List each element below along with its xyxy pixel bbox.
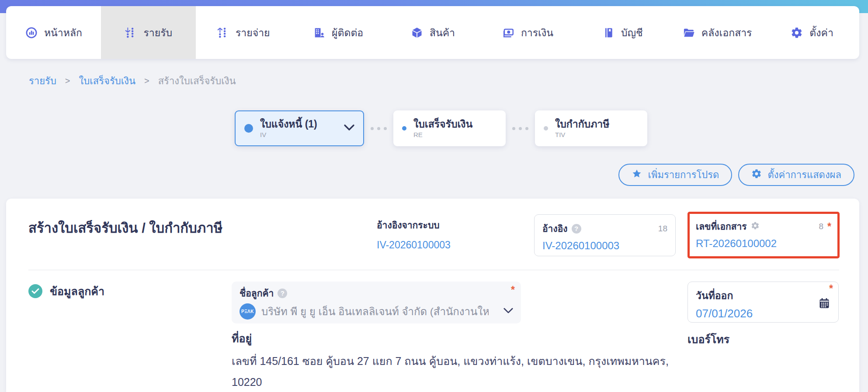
system-reference-block: อ้างอิงจากระบบ IV-20260100003 [377,218,451,251]
nav-item-contacts[interactable]: ผู้ติดต่อ [291,6,385,59]
nav-label: บัญชี [621,25,643,41]
step-code: IV [260,131,317,138]
issue-date-value: 07/01/2026 [696,307,830,320]
add-favorite-button[interactable]: เพิ่มรายการโปรด [618,164,732,186]
required-asterisk: * [827,224,831,230]
system-reference-link[interactable]: IV-20260100003 [377,239,451,251]
breadcrumb-separator: > [65,76,70,86]
document-stepper: ใบแจ้งหนี้ (1) IV ใบเสร็จรับเงิน RE ใบกำ… [235,110,647,146]
gear-icon [790,26,803,39]
breadcrumb-receipt-link[interactable]: ใบเสร็จรับเงิน [79,73,135,89]
step-code: TIV [555,131,609,138]
required-asterisk: * [829,285,833,292]
breadcrumb: รายรับ > ใบเสร็จรับเงิน > สร้างใบเสร็จรั… [29,73,236,89]
customer-section-title: ข้อมูลลูกค้า [50,282,104,300]
section-divider [28,270,839,270]
chevron-down-icon [344,124,354,133]
step-connector-dots [512,127,528,130]
document-number-value: RT-20260100002 [696,237,831,250]
step-upcoming-dot-icon [544,126,548,131]
nav-item-documents[interactable]: คลังเอกสาร [670,6,764,59]
nav-label: รายจ่าย [236,25,270,41]
nav-item-products[interactable]: สินค้า [385,6,480,59]
customer-avatar: PΞΛK [240,303,256,320]
money-icon [502,26,515,39]
nav-item-home[interactable]: หน้าหลัก [6,6,101,59]
nav-label: การเงิน [521,25,553,41]
dashboard-icon [25,26,38,39]
customer-name-label: ชื่อลูกค้า [240,286,274,300]
address-value: เลขที่ 145/161 ซอย คู้บอน 27 แยก 7 ถนน ค… [232,351,673,392]
step-invoice-dropdown[interactable]: ใบแจ้งหนี้ (1) IV [235,110,364,146]
step-tax-invoice[interactable]: ใบกำกับภาษี TIV [535,110,647,146]
main-navigation: หน้าหลัก รายรับ รายจ่าย ผู้ติดต่อ สินค้า… [6,6,859,59]
issue-date-label: วันที่ออก [696,288,830,303]
section-complete-check-icon [28,284,42,298]
document-number-label: เลขที่เอกสาร [696,219,747,234]
nav-item-expense[interactable]: รายจ่าย [196,6,291,59]
contacts-icon [312,26,326,39]
product-cube-icon [410,26,424,39]
phone-label: เบอร์โทร [687,330,729,348]
help-icon[interactable]: ? [278,289,287,298]
step-receipt[interactable]: ใบเสร็จรับเงิน RE [393,110,506,146]
numbering-settings-gear-icon[interactable] [751,221,760,232]
document-number-field-highlighted[interactable]: เลขที่เอกสาร 8 * RT-20260100002 [687,212,840,258]
required-asterisk: * [511,287,515,293]
expense-icon [216,26,229,39]
star-icon [632,168,642,182]
nav-item-accounting[interactable]: บัญชี [575,6,670,59]
calendar-icon [818,297,830,311]
nav-item-finance[interactable]: การเงิน [480,6,575,59]
nav-label: สินค้า [430,25,455,41]
address-label: ที่อยู่ [232,330,252,347]
nav-item-income[interactable]: รายรับ [101,6,196,59]
customer-name-select[interactable]: * ชื่อลูกค้า ? PΞΛK บริษัท พี ยู ยู เอ็น… [232,282,521,323]
customer-section-header: ข้อมูลลูกค้า [28,282,104,300]
ledger-icon [602,26,615,39]
step-label: ใบกำกับภาษี [555,118,609,130]
gear-icon [751,168,762,182]
chevron-down-icon [503,308,513,316]
breadcrumb-separator: > [144,76,149,86]
step-code: RE [413,131,472,138]
step-label: ใบแจ้งหนี้ (1) [260,118,317,130]
add-favorite-label: เพิ่มรายการโปรด [648,167,719,182]
step-label: ใบเสร็จรับเงิน [413,118,472,130]
nav-label: หน้าหลัก [44,25,82,41]
nav-item-settings[interactable]: ตั้งค่า [764,6,859,59]
reference-field[interactable]: อ้างอิง ? 18 IV-20260100003 [534,214,676,256]
page-title: สร้างใบเสร็จรับเงิน / ใบกำกับภาษี [28,217,222,239]
folder-icon [682,26,695,39]
display-settings-button[interactable]: ตั้งค่าการแสดงผล [738,164,854,186]
reference-value: IV-20260100003 [542,240,667,252]
customer-name-value: บริษัท พี ยู ยู เอ็น อินเทลลิเจนท์ จำกัด… [261,303,489,320]
nav-label: ผู้ติดต่อ [332,25,363,41]
breadcrumb-current-page: สร้างใบเสร็จรับเงิน [158,73,236,89]
step-connector-dots [371,127,387,130]
income-icon [124,26,137,39]
reference-label: อ้างอิง [542,221,568,236]
nav-label: รายรับ [143,25,172,41]
step-filled-dot-icon [244,124,253,133]
display-settings-label: ตั้งค่าการแสดงผล [767,167,841,182]
nav-label: คลังเอกสาร [701,25,752,41]
help-icon[interactable]: ? [572,224,581,234]
system-reference-label: อ้างอิงจากระบบ [377,218,451,232]
reference-char-count: 18 [658,224,667,234]
breadcrumb-income-link[interactable]: รายรับ [29,73,56,89]
document-number-char-count: 8 [819,222,823,231]
nav-label: ตั้งค่า [809,25,833,41]
create-receipt-form-card: สร้างใบเสร็จรับเงิน / ใบกำกับภาษี อ้างอิ… [6,199,859,392]
page-actions: เพิ่มรายการโปรด ตั้งค่าการแสดงผล [618,164,854,186]
step-current-dot-icon [402,126,406,131]
issue-date-field[interactable]: * วันที่ออก 07/01/2026 [687,282,839,323]
